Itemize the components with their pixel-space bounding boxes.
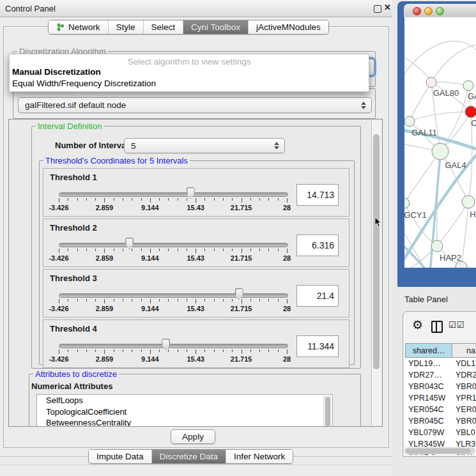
node-label: GAL (468, 91, 476, 101)
threshold-value-field[interactable]: 11.344 (296, 335, 339, 357)
network-node-h[interactable] (462, 196, 475, 208)
attribute-item-betweennesscentrality[interactable]: BetweennessCentrality (37, 417, 332, 427)
close-traffic-light-icon[interactable] (413, 7, 421, 15)
tab-label: Discretize Data (160, 452, 219, 461)
network-node-gal[interactable] (463, 81, 473, 91)
tick-mark (86, 299, 87, 302)
scale-label: 21.715 (231, 254, 252, 262)
scale-label: 15.43 (187, 305, 204, 312)
slider-track[interactable] (59, 192, 288, 197)
tick-mark (141, 198, 142, 201)
tab-style[interactable]: Style (108, 20, 143, 34)
threshold-value-field[interactable]: 14.713 (296, 184, 339, 206)
close-icon[interactable]: ✕ (384, 3, 391, 12)
tick-mark (250, 249, 251, 251)
network-edge[interactable] (404, 151, 440, 203)
table-panel-title: Table Panel (404, 295, 448, 304)
scale-label: 21.715 (231, 305, 252, 312)
network-edge[interactable] (410, 112, 471, 121)
tick-mark (287, 349, 288, 354)
network-node-gal80[interactable] (426, 77, 436, 88)
numerical-attributes-label: Numerical Attributes (31, 381, 112, 391)
threshold-slider[interactable]: -3.4262.8599.14415.4321.71528 (59, 219, 287, 266)
table-data-combobox[interactable]: galFiltered.sif default node (18, 97, 372, 113)
gear-icon[interactable]: ⚙ (412, 318, 423, 332)
scrollbar-thumb[interactable] (373, 134, 380, 369)
algorithm-option-manual-discretization[interactable]: Manual Discretization (10, 66, 369, 78)
tab-cyni-toolbox[interactable]: Cyni Toolbox (183, 20, 248, 34)
tick-mark (287, 299, 288, 303)
scale-label: -3.426 (49, 355, 68, 363)
numerical-attributes-list[interactable]: SelfLoopsTopologicalCoefficientBetweenne… (36, 394, 333, 427)
apply-button[interactable]: Apply (171, 429, 215, 444)
table-row[interactable]: YER054CYER0 (405, 404, 476, 415)
zoom-traffic-light-icon[interactable] (436, 7, 444, 15)
column-header-shared-name[interactable]: shared… (405, 344, 452, 357)
slider-thumb[interactable] (235, 288, 243, 300)
scale-label: 9.144 (141, 355, 159, 363)
slider-track[interactable] (59, 293, 288, 298)
slider-track[interactable] (59, 243, 288, 247)
slider-thumb[interactable] (125, 238, 134, 249)
tab-network[interactable]: Network (49, 20, 108, 34)
tick-mark (287, 249, 288, 253)
network-edge[interactable] (404, 41, 476, 78)
float-window-icon[interactable] (374, 5, 381, 13)
checkboxes-icon[interactable]: ☑☑ (449, 320, 464, 330)
network-node-gal4[interactable] (432, 143, 449, 160)
table-row[interactable]: YDR27…YDR2 (405, 369, 476, 381)
network-node-hap2[interactable] (431, 240, 443, 252)
cell-name: YBR0 (452, 382, 476, 391)
node-attribute-table[interactable]: shared… na YDL19…YDL1YDR27…YDR2YBR043CYB… (405, 343, 476, 455)
scale-label: 15.43 (187, 254, 204, 262)
table-row[interactable]: YBR045CYBR0 (405, 415, 476, 427)
tick-mark (187, 249, 187, 251)
table-header-row: shared… na (405, 343, 476, 358)
tick-mark (132, 299, 132, 302)
tick-mark (159, 299, 160, 302)
list-scrollbar[interactable] (323, 395, 332, 427)
threshold-slider[interactable]: -3.4262.8599.14415.4321.71528 (59, 320, 287, 367)
table-row[interactable]: YBL079WYBL0 (405, 427, 476, 438)
tab-jactivemnodules[interactable]: jActiveMNodules (248, 20, 328, 34)
table-row[interactable]: YBR043CYBR0 (405, 381, 476, 392)
threshold-value-field[interactable]: 21.4 (296, 285, 339, 307)
threshold-slider[interactable]: -3.4262.8599.14415.4321.71528 (59, 169, 287, 216)
scrollbar-thumb[interactable] (325, 397, 330, 426)
number-of-intervals-combobox[interactable]: 5 (124, 138, 285, 153)
tab-discretize-data[interactable]: Discretize Data (151, 450, 226, 463)
column-header-name[interactable]: na (452, 344, 476, 357)
network-edge[interactable] (431, 82, 468, 86)
tab-infer-network[interactable]: Infer Network (226, 450, 293, 463)
network-window-titlebar[interactable] (404, 4, 476, 18)
network-node-c[interactable] (465, 106, 476, 118)
table-horizontal-scrollbar[interactable] (404, 447, 475, 454)
network-edge[interactable] (437, 202, 468, 246)
network-canvas[interactable]: GAL80GALCGAL11GAL4GCY1HHAP2 (404, 17, 476, 268)
network-edge[interactable] (431, 44, 476, 82)
table-panel-window: ⚙ ☑☑ shared… na YDL19…YDL1YDR27…YDR2YBR0… (403, 311, 476, 457)
threshold-slider[interactable]: -3.4262.8599.14415.4321.71528 (59, 270, 287, 317)
tab-select[interactable]: Select (143, 20, 183, 34)
network-edge[interactable] (404, 56, 431, 82)
algorithm-option-equal-width-frequency-discretization[interactable]: Equal Width/Frequency Discretization (10, 78, 369, 89)
slider-thumb[interactable] (187, 187, 195, 199)
network-edge[interactable] (404, 228, 427, 268)
table-row[interactable]: YPR145WYPR1 (405, 392, 476, 404)
attribute-item-selfloops[interactable]: SelfLoops (37, 395, 332, 406)
slider-track[interactable] (59, 344, 288, 348)
slider-thumb[interactable] (162, 339, 170, 350)
tab-impute-data[interactable]: Impute Data (89, 450, 151, 463)
settings-scrollbar[interactable] (371, 120, 381, 426)
scale-label: 21.715 (231, 355, 252, 363)
tick-mark (95, 299, 96, 302)
table-row[interactable]: YDL19…YDL1 (405, 358, 476, 369)
column-split-icon[interactable] (431, 321, 443, 333)
threshold-value-field[interactable]: 6.316 (296, 234, 339, 256)
network-node-gcy1[interactable] (404, 198, 410, 208)
scrollbar-thumb[interactable] (406, 449, 471, 454)
cell-shared-name: YBR045C (405, 417, 452, 426)
attribute-item-topologicalcoefficient[interactable]: TopologicalCoefficient (37, 406, 332, 418)
minimize-traffic-light-icon[interactable] (424, 7, 433, 15)
network-node-gal11[interactable] (404, 116, 415, 127)
